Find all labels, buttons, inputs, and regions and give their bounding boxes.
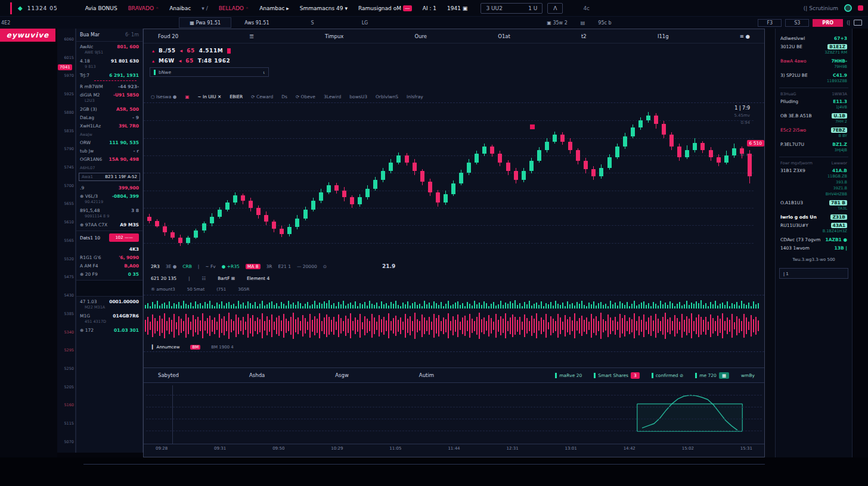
chart-header-item-8[interactable]: ≡ ● — [740, 33, 750, 39]
watchlist-timeframe[interactable]: 6· 1m — [125, 32, 139, 38]
notification-icon[interactable] — [858, 5, 863, 11]
nav-item-1[interactable]: Avia BONUS — [85, 5, 117, 11]
account-label[interactable]: (| Scrutinium — [804, 5, 838, 11]
chart-tool-6[interactable]: Ds — [281, 94, 287, 99]
watchlist-row[interactable]: ⊕ 17201.03 301 — [76, 325, 142, 334]
chart-header-item-3[interactable]: Timpux — [325, 33, 343, 39]
monitor-icon[interactable] — [854, 20, 862, 26]
deck-label[interactable]: 95c b — [598, 20, 611, 26]
watchlist-row[interactable]: 891,5,483 8 — [76, 205, 142, 214]
watchlist-row[interactable]: ORW111 90, 535 — [76, 138, 142, 146]
bottom-chip-2[interactable]: Smart Shares3 — [594, 372, 639, 379]
nav-item-2[interactable]: BRAVADO ◦ — [128, 5, 159, 11]
pro-button[interactable]: PRO — [813, 19, 843, 27]
base-toggle[interactable]: ▣ 35w 2 — [547, 20, 567, 26]
ladder-price[interactable]: 5205 — [58, 385, 74, 390]
chart-header-item-7[interactable]: I11g — [658, 33, 669, 39]
watchlist-row[interactable]: ⊕ 20 F90 35 — [76, 269, 142, 278]
brand-logo[interactable]: eywuvive — [0, 29, 55, 42]
watchlist-row[interactable]: M1G014GB7R6 — [76, 311, 142, 319]
chart-tool-4[interactable]: EBIER — [230, 94, 243, 99]
ladder-price[interactable]: 5160 — [58, 403, 74, 407]
ladder-price[interactable]: 5925 — [58, 92, 74, 96]
ladder-price[interactable]: 5295 — [58, 348, 74, 353]
ladder-price[interactable]: 5430 — [58, 293, 74, 298]
bottom-chip-5[interactable]: wmBy — [741, 373, 755, 378]
watchlist-row[interactable]: A AM F4B,A00 — [76, 261, 142, 269]
nav-item-8[interactable]: Ramusignad oM — — [358, 5, 412, 11]
sidebar-row[interactable]: PIludIngE11.3 — [779, 96, 848, 105]
chart-header-item-4[interactable]: Oure — [414, 33, 427, 39]
menu-icon[interactable]: ▤ — [581, 20, 585, 26]
sidebar-row[interactable]: OB 3E.B A51BU.1B — [779, 111, 848, 119]
watchlist-selected-row[interactable]: Awa1B23 1 19F A-52 — [79, 173, 140, 181]
watchlist-row[interactable]: diGIA M2-U91 5850 — [76, 90, 142, 98]
chart-tool-7[interactable]: ⟳ Obeve — [296, 94, 315, 99]
bottom-chip-4[interactable]: me 720▦ — [695, 372, 729, 379]
ladder-price[interactable]: 6060 — [58, 37, 74, 42]
ladder-price[interactable]: 5340 — [58, 330, 74, 335]
ladder-price[interactable]: 5790 — [58, 147, 74, 151]
chart-tool-3[interactable]: ~ In UIU ✕ — [197, 94, 221, 99]
layout-grid-button[interactable]: ▦ Pwa 91.51 — [179, 17, 231, 28]
nav-item-10[interactable]: 1941 ▣ — [447, 5, 467, 11]
nav-item-5[interactable]: BELLADO ◦ — [219, 5, 249, 11]
search-input[interactable]: 3 UU2 1 U — [480, 3, 542, 14]
nav-item-9[interactable]: AI : 1 — [423, 5, 436, 11]
watchlist-row[interactable]: R mB7WM-44 923- — [76, 82, 142, 90]
ladder-price[interactable]: 5610 — [58, 220, 74, 225]
watchlist-row[interactable]: DaLag- 9 — [76, 113, 142, 121]
chart-tool-1[interactable]: ○ Iseswa ● — [151, 94, 176, 99]
sidebar-row[interactable]: BawA 4awo7HHB- — [779, 56, 848, 64]
sidebar-row[interactable]: CDAvc (73 7ogvm1AZB1 ● — [779, 235, 848, 243]
sidebar-row[interactable]: Adlweslvwl67+3 — [779, 33, 848, 42]
watchlist-row[interactable]: ⊕ 97AA C7XA9 M3S — [76, 220, 142, 228]
nav-item-6[interactable]: Anambac ▸ — [259, 5, 289, 11]
chart-tool-11[interactable]: Inlsfray — [407, 94, 423, 99]
chart-tool-10[interactable]: OrblvlwnS — [376, 94, 398, 99]
alert-marker-icon[interactable] — [530, 124, 535, 129]
ladder-price[interactable]: 5655 — [58, 201, 74, 206]
chart-tool-5[interactable]: ⟳ Ceward — [251, 94, 273, 99]
nav-item-4[interactable]: ▾ / — [202, 5, 207, 11]
order-row-sell[interactable]: ▴ M6W ◂ 65 T:48 1962 — [144, 54, 764, 64]
status-circle-icon[interactable] — [844, 4, 852, 12]
chart-header-item-1[interactable]: Foud 20 — [158, 33, 178, 39]
watchlist-row[interactable]: 4K3 — [76, 244, 142, 253]
value-input-box[interactable]: bNwe ι — [150, 67, 269, 77]
ladder-price[interactable]: 6015 — [58, 55, 74, 60]
chart-header-item-5[interactable]: O1at — [498, 33, 510, 39]
ladder-price[interactable]: 5700 — [58, 183, 74, 188]
ladder-price[interactable]: 5880 — [58, 110, 74, 115]
candlestick-chart[interactable]: 1 | 7:9 5.45mv 0.94 6 510 ⚙ ≡ — [144, 103, 764, 260]
tab-asgw[interactable]: Asgw — [335, 372, 349, 378]
chart-header-item-2[interactable]: ☰ — [249, 33, 254, 39]
ladder-price[interactable]: 5070 — [58, 440, 74, 444]
ladder-price[interactable]: 5250 — [58, 366, 74, 371]
ladder-price[interactable]: 5475 — [58, 275, 74, 279]
watchlist-row[interactable]: ⊕ V6L/3-0804, 399 — [76, 191, 142, 200]
tab-autim[interactable]: Autim — [419, 372, 434, 378]
bottom-chip-1[interactable]: maRve 20 — [555, 373, 582, 378]
sidebar-row[interactable]: P.3EL7U7UBZ1.Z — [779, 139, 848, 148]
lambda-icon[interactable]: Λ — [547, 3, 563, 14]
tab-ashda[interactable]: Ashda — [249, 372, 265, 378]
sidebar-input[interactable] — [779, 268, 848, 279]
sidebar-row[interactable]: E5c2 2i5wo7EBZ — [779, 125, 848, 133]
tab-sabyted[interactable]: Sabyted — [158, 372, 179, 378]
chart-tool-8[interactable]: 3Lewird — [324, 94, 341, 99]
ladder-price[interactable]: 5970 — [58, 73, 74, 78]
watchlist-row[interactable]: tub Jw- r — [76, 146, 142, 154]
watchlist-row[interactable]: AwAIc801, 600 — [76, 42, 142, 50]
sidebar-row[interactable]: 31B1 Z3X941A.B — [779, 166, 848, 174]
buy-button[interactable]: 102 —— — [109, 233, 139, 242]
watchlist-row[interactable]: TrJ:76 291, 1931 — [76, 70, 142, 79]
ladder-price[interactable]: 5565 — [58, 238, 74, 243]
footer-scroll-line[interactable] — [83, 464, 765, 465]
watchlist-row[interactable]: XwH1LAz39L 7R0 — [76, 121, 142, 129]
sidebar-row[interactable]: 3) SP2LU BEC41.9 — [779, 70, 848, 79]
ladder-price[interactable]: 5520 — [58, 257, 74, 261]
tab-f3[interactable]: F3 — [758, 19, 782, 27]
watchlist-row[interactable]: .9399,900 — [76, 183, 142, 191]
watchlist-row[interactable]: 4.1891 801 630 — [76, 56, 142, 64]
